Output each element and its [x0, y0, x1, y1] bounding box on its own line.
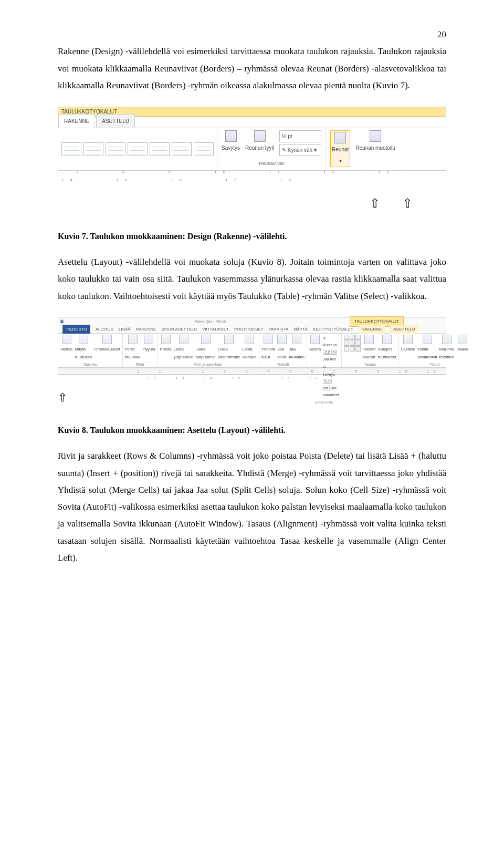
align-button[interactable] [355, 346, 361, 352]
ruler: 2 · 1 · · · 1 · 2 · 3 · 4 · 5 · 6 · 7 · … [58, 367, 446, 375]
convert-to-text-button[interactable]: Muunna tekstiksi [439, 335, 455, 361]
align-button[interactable] [344, 346, 349, 352]
borders-group-label: Reunaviivat [222, 159, 321, 168]
draw-icon [128, 335, 138, 344]
group-rows-columns-label: Rivit ja sarakkeet [160, 361, 257, 368]
style-thumb[interactable] [150, 142, 170, 156]
align-button[interactable] [355, 335, 361, 340]
eraser-button[interactable]: Pyyhin [142, 335, 155, 361]
insert-below-button[interactable]: Lisää alapuolelle [196, 335, 216, 361]
select-button[interactable]: Valitse [60, 335, 72, 361]
gridlines-icon [79, 335, 88, 344]
menu-developer[interactable]: KEHITYSTYÖKALUT [313, 325, 353, 333]
menu-table-layout[interactable]: ASETTELU [390, 325, 418, 334]
style-thumb[interactable] [128, 142, 148, 156]
annotation-arrow-icon: ⇧ [402, 192, 413, 216]
style-thumb[interactable] [106, 142, 125, 156]
split-table-icon [292, 335, 301, 344]
properties-icon [102, 335, 112, 344]
window-title: Asiakirja1 - Word [71, 317, 350, 325]
style-thumb[interactable] [194, 142, 214, 156]
menu-table-design[interactable]: RAKENNE [359, 325, 385, 334]
menu-insert[interactable]: LISÄÄ [119, 325, 131, 333]
split-cells-button[interactable]: Jaa solut [277, 335, 287, 361]
repeat-header-button[interactable]: Toista otsikkorivit [417, 335, 437, 361]
autofit-button[interactable]: Sovita [309, 335, 321, 399]
style-thumb[interactable] [83, 142, 103, 156]
draw-table-button[interactable]: Piirrä taulukko [125, 335, 141, 361]
style-thumb[interactable] [172, 142, 192, 156]
menu-mailings[interactable]: POSTITUKSET [234, 325, 264, 333]
split-table-button[interactable]: Jaa taulukko [289, 335, 304, 361]
cell-margins-icon [382, 335, 392, 344]
menu-view[interactable]: NÄYTÄ [293, 325, 308, 333]
formula-icon [458, 335, 467, 344]
view-gridlines-button[interactable]: Näytä ruudukko [75, 335, 92, 361]
style-thumb[interactable] [61, 142, 81, 156]
tab-design[interactable]: RAKENNE [58, 114, 95, 128]
convert-icon [442, 335, 452, 344]
border-weight-dropdown[interactable]: ½ pt [279, 130, 321, 142]
tab-layout[interactable]: ASETTELU [96, 114, 135, 128]
insert-left-button[interactable]: Lisää vasemmalle [218, 335, 240, 361]
height-input[interactable]: 2,2 cm [323, 350, 337, 355]
insert-above-icon [179, 335, 188, 344]
annotation-arrow-icon: ⇧ [370, 192, 380, 216]
formula-button[interactable]: Kaava [457, 335, 469, 361]
eraser-icon [144, 335, 153, 344]
align-button[interactable] [350, 340, 355, 346]
border-painter-button[interactable]: Reunan muotoilu [355, 130, 395, 153]
border-painter-label: Reunan muotoilu [355, 143, 395, 153]
sort-button[interactable]: Lajittele [401, 335, 416, 361]
cell-margins-button[interactable]: Solujen reunukset [378, 335, 396, 361]
group-table-label: Taulukko [60, 361, 120, 368]
group-data-label: Tiedot [401, 361, 469, 368]
group-cell-size-label: Solun koko [309, 399, 339, 406]
menu-home[interactable]: ALOITUS [96, 325, 113, 333]
menu-file[interactable]: TIEDOSTO [62, 325, 90, 334]
align-button[interactable] [355, 340, 361, 346]
align-button[interactable] [344, 340, 349, 346]
border-style-icon [254, 130, 266, 142]
menu-page-layout[interactable]: SIVUN ASETTELU [161, 325, 197, 333]
border-painter-icon [370, 130, 381, 142]
split-icon [277, 335, 287, 344]
align-button[interactable] [350, 346, 355, 352]
shading-button[interactable]: Sävytys [222, 130, 240, 153]
border-style-button[interactable]: Reunan tyyli [245, 130, 274, 153]
repeat-header-icon [423, 335, 432, 344]
menu-references[interactable]: VIITTAUKSET [202, 325, 229, 333]
chevron-down-icon: ▾ [312, 147, 317, 153]
alignment-grid[interactable] [344, 335, 361, 361]
menu-review[interactable]: TARKISTA [268, 325, 288, 333]
merge-cells-button[interactable]: Yhdistä solut [261, 335, 276, 361]
text-direction-button[interactable]: Tekstin suunta [363, 335, 376, 361]
border-style-label: Reunan tyyli [245, 143, 274, 153]
delete-icon [161, 335, 171, 344]
distribute-rows-button[interactable]: Jaa rivit [323, 357, 335, 361]
shading-icon [225, 130, 237, 142]
align-button[interactable] [344, 335, 349, 340]
pen-color-dropdown[interactable]: ✎ Kynän väri ▾ [279, 144, 321, 156]
page-number: 20 [58, 26, 446, 43]
table-styles-gallery[interactable] [58, 128, 217, 170]
select-icon [62, 335, 71, 344]
merge-icon [264, 335, 273, 344]
borders-dropdown-button[interactable]: Reunat ▾ [332, 132, 349, 166]
sort-icon [403, 335, 413, 344]
shading-label: Sävytys [222, 143, 240, 153]
menu-design[interactable]: RAKENNE [136, 325, 156, 333]
insert-right-button[interactable]: Lisää oikealle [242, 335, 256, 361]
annotation-arrow-icon: ⇧ [58, 387, 446, 409]
group-alignment-label: Tasaus [344, 361, 396, 368]
pen-color-icon: ✎ [282, 147, 288, 153]
autofit-icon [310, 335, 320, 344]
delete-button[interactable]: Poista [160, 335, 172, 361]
insert-left-icon [224, 335, 234, 344]
figure-8-caption: Kuvio 8. Taulukon muokkaaminen: Asettelu… [58, 422, 446, 438]
insert-above-button[interactable]: Lisää yläpuolelle [174, 335, 194, 361]
borders-label: Reunat [332, 144, 349, 154]
properties-button[interactable]: Ominaisuudet [94, 335, 120, 361]
align-button[interactable] [350, 335, 355, 340]
chevron-down-icon: ▾ [339, 156, 342, 166]
